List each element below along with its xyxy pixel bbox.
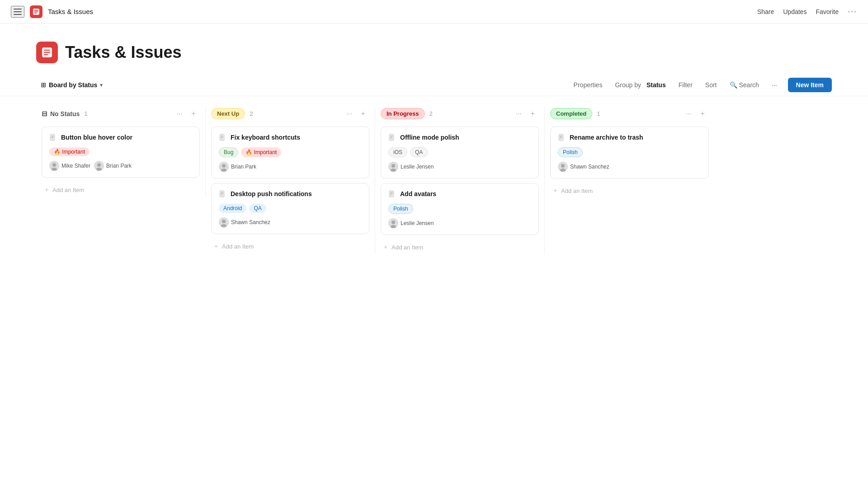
- column-add-button[interactable]: ＋: [187, 107, 200, 120]
- no-status-icon: ⊟: [42, 110, 47, 118]
- new-item-button[interactable]: New Item: [788, 78, 832, 92]
- card-title: Button blue hover color: [61, 133, 132, 141]
- assignee-name: Shawn Sanchez: [231, 219, 270, 225]
- task-card[interactable]: Offline mode polish iOSQA Leslie Jensen: [381, 127, 539, 178]
- column-in-progress: In Progress 2 ··· ＋ Offline mode polish: [375, 107, 545, 255]
- add-item-button[interactable]: ＋ Add an Item: [550, 183, 709, 198]
- card-tags: Polish: [388, 204, 531, 214]
- avatar-icon: [558, 162, 568, 172]
- column-add-button[interactable]: ＋: [526, 107, 539, 120]
- tag: 🔥 Important: [49, 147, 90, 156]
- column-completed: Completed 1 ··· ＋ Rename archive to tras…: [545, 107, 714, 198]
- card-header: Add avatars: [388, 190, 531, 199]
- sort-button[interactable]: Sort: [700, 79, 722, 91]
- card-title: Desktop push notifications: [231, 190, 312, 198]
- card-tags: iOSQA: [388, 147, 531, 157]
- properties-button[interactable]: Properties: [568, 79, 608, 91]
- column-add-button[interactable]: ＋: [357, 107, 369, 120]
- column-more-button[interactable]: ···: [513, 108, 524, 120]
- share-button[interactable]: Share: [757, 8, 774, 15]
- more-options-button[interactable]: ···: [848, 7, 857, 16]
- column-header: Completed 1 ··· ＋: [550, 107, 709, 120]
- avatar: Mike Shafer: [49, 161, 90, 171]
- column-add-button[interactable]: ＋: [696, 107, 709, 120]
- plus-icon: ＋: [213, 242, 219, 250]
- card-header: Offline mode polish: [388, 133, 531, 143]
- card-title: Offline mode polish: [400, 133, 459, 141]
- assignee-name: Brian Park: [106, 163, 132, 169]
- tag: QA: [249, 204, 266, 213]
- plus-icon: ＋: [43, 186, 50, 194]
- card-tags: 🔥 Important: [49, 147, 192, 156]
- card-title: Fix keyboard shortcuts: [231, 133, 300, 141]
- svg-point-51: [561, 164, 565, 168]
- svg-point-30: [222, 220, 226, 223]
- card-title: Rename archive to trash: [570, 133, 643, 141]
- card-header: Rename archive to trash: [558, 133, 701, 143]
- plus-icon: ＋: [552, 187, 558, 195]
- column-more-button[interactable]: ···: [174, 108, 185, 120]
- column-title-badge: Next Up: [211, 108, 245, 119]
- more-toolbar-button[interactable]: ···: [766, 79, 783, 91]
- tag: Bug: [219, 147, 238, 157]
- card-avatars: Leslie Jensen: [388, 218, 531, 228]
- document-icon: [49, 134, 57, 143]
- document-icon: [219, 134, 226, 143]
- svg-point-37: [392, 164, 395, 168]
- add-item-button[interactable]: ＋ Add an Item: [42, 182, 200, 197]
- add-item-button[interactable]: ＋ Add an Item: [211, 239, 369, 254]
- task-card[interactable]: Rename archive to trash Polish Shawn San…: [550, 127, 709, 178]
- card-header: Desktop push notifications: [219, 190, 362, 199]
- search-button[interactable]: 🔍 Search: [724, 79, 764, 91]
- tag: iOS: [388, 147, 407, 157]
- assignee-name: Leslie Jensen: [401, 164, 434, 170]
- column-count: 2: [429, 110, 433, 117]
- column-next-up: Next Up 2 ··· ＋ Fix keyboard shortcuts: [206, 107, 375, 254]
- column-header: Next Up 2 ··· ＋: [211, 107, 369, 120]
- group-by-button[interactable]: Group by Status: [609, 79, 671, 91]
- tag: 🔥 Important: [241, 147, 281, 157]
- app-logo-icon: [30, 5, 42, 18]
- card-tags: Bug🔥 Important: [219, 147, 362, 157]
- board: ⊟ No Status 1 ··· ＋ Button blue hove: [0, 96, 868, 266]
- card-header: Button blue hover color: [49, 133, 192, 143]
- document-icon: [558, 134, 565, 143]
- avatar-icon: [219, 217, 229, 227]
- assignee-name: Mike Shafer: [61, 163, 90, 169]
- updates-button[interactable]: Updates: [783, 8, 807, 15]
- card-avatars: Shawn Sanchez: [558, 162, 701, 172]
- svg-point-13: [52, 163, 56, 167]
- page-header: Tasks & Issues: [0, 23, 868, 74]
- task-card[interactable]: Button blue hover color 🔥 Important Mike…: [42, 127, 200, 178]
- column-count: 1: [84, 110, 87, 117]
- filter-button[interactable]: Filter: [673, 79, 698, 91]
- avatar: Leslie Jensen: [388, 218, 434, 228]
- top-navigation: Tasks & Issues Share Updates Favorite ··…: [0, 0, 868, 23]
- document-icon: [219, 190, 226, 199]
- card-title: Add avatars: [400, 190, 436, 198]
- card-list: Offline mode polish iOSQA Leslie Jensen: [381, 127, 539, 235]
- plus-icon: ＋: [382, 243, 389, 251]
- search-icon: 🔍: [730, 81, 737, 89]
- avatar-icon: [94, 161, 104, 171]
- avatar: Leslie Jensen: [388, 162, 434, 172]
- column-more-button[interactable]: ···: [683, 108, 694, 120]
- card-tags: AndroidQA: [219, 204, 362, 213]
- card-avatars: Shawn Sanchez: [219, 217, 362, 227]
- avatar-icon: [388, 162, 398, 172]
- avatar-icon: [49, 161, 59, 171]
- task-card[interactable]: Add avatars Polish Leslie Jensen: [381, 183, 539, 235]
- hamburger-menu-button[interactable]: [11, 6, 24, 18]
- task-card[interactable]: Fix keyboard shortcuts Bug🔥 Important Br…: [211, 127, 369, 178]
- task-card[interactable]: Desktop push notifications AndroidQA Sha…: [211, 183, 369, 234]
- toolbar: ⊞ Board by Status ▾ Properties Group by …: [0, 74, 868, 96]
- add-item-button[interactable]: ＋ Add an Item: [381, 239, 539, 255]
- board-view-button[interactable]: ⊞ Board by Status ▾: [36, 79, 107, 91]
- avatar: Shawn Sanchez: [219, 217, 270, 227]
- column-more-button[interactable]: ···: [344, 108, 355, 120]
- assignee-name: Leslie Jensen: [401, 220, 434, 226]
- favorite-button[interactable]: Favorite: [816, 8, 839, 15]
- page-logo-icon: [36, 42, 58, 63]
- document-icon: [388, 134, 396, 143]
- svg-point-16: [97, 163, 101, 167]
